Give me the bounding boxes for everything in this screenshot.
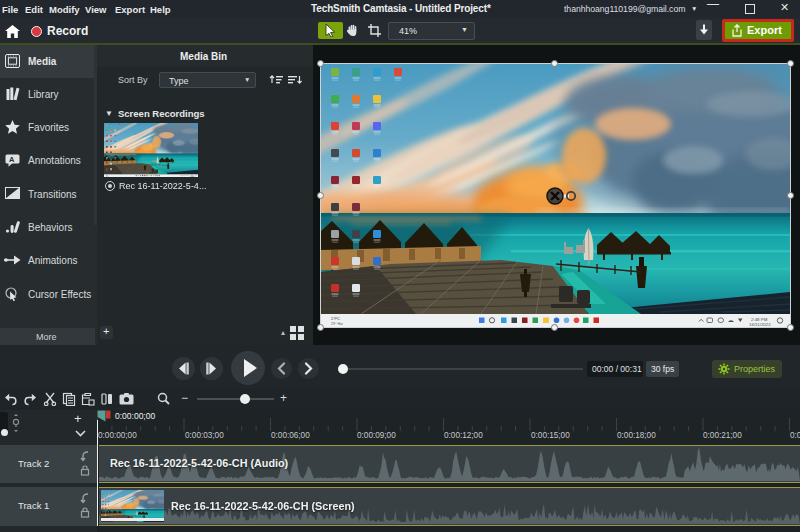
svg-text:A: A <box>9 155 15 164</box>
